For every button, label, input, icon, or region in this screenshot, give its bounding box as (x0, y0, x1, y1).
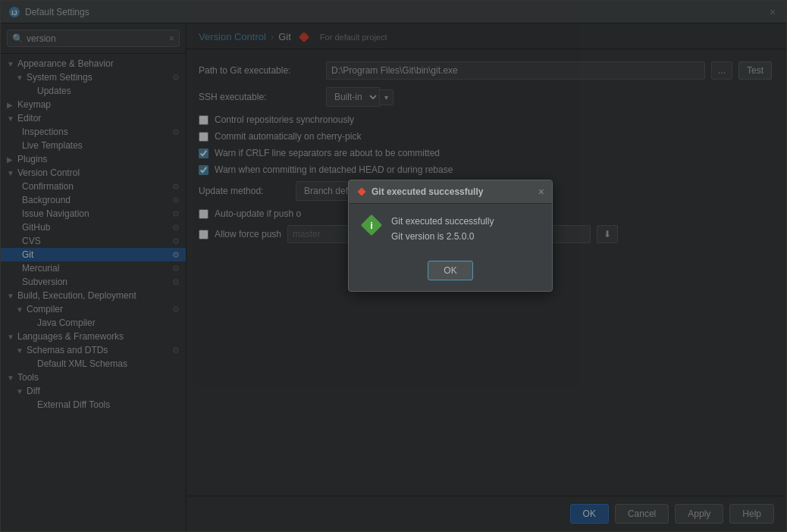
svg-text:i: i (370, 220, 373, 231)
modal-header: Git executed successfully × (349, 180, 552, 204)
svg-rect-4 (357, 188, 365, 196)
info-icon: i (361, 214, 382, 236)
modal-line1: Git executed successfully (391, 214, 494, 229)
modal-close-button[interactable]: × (538, 186, 544, 197)
git-success-modal: Git executed successfully × i Git execut… (348, 180, 553, 291)
modal-overlay[interactable]: Git executed successfully × i Git execut… (0, 0, 787, 532)
modal-ok-button[interactable]: OK (428, 261, 472, 280)
modal-title: Git executed successfully (372, 186, 483, 197)
modal-git-icon (356, 186, 367, 197)
modal-footer: OK (349, 255, 552, 291)
modal-title-row: Git executed successfully (356, 186, 483, 197)
modal-line2: Git version is 2.5.0.0 (391, 230, 494, 244)
modal-message: Git executed successfully Git version is… (391, 214, 494, 243)
modal-body: i Git executed successfully Git version … (349, 204, 552, 254)
